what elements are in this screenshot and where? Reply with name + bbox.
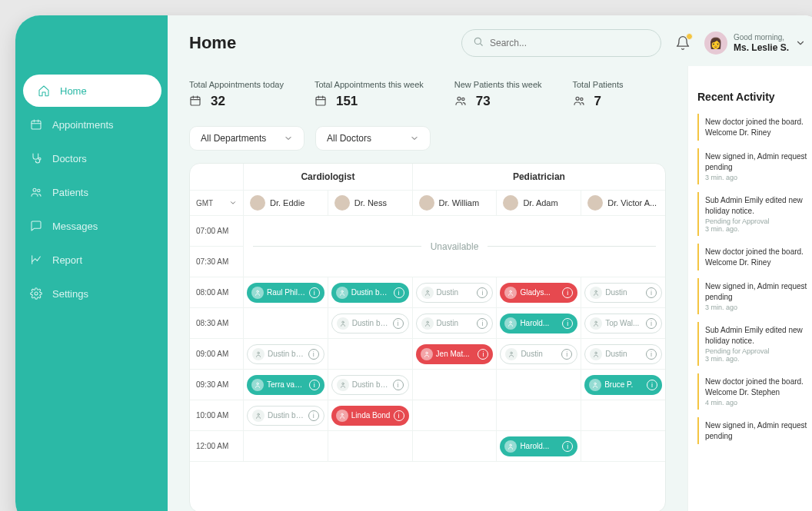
appointment-chip[interactable]: Raul Philips i bbox=[247, 283, 324, 303]
schedule-slot[interactable]: Linda Bond i bbox=[328, 400, 413, 430]
activity-item[interactable]: New doctor joined the board. Welcome Dr.… bbox=[697, 373, 812, 410]
stat-label: Total Patients bbox=[573, 80, 624, 89]
appointment-chip[interactable]: Gladys... i bbox=[500, 283, 577, 303]
sidebar-item-doctors[interactable]: Doctors bbox=[15, 142, 161, 174]
stat-label: Total Appointments today bbox=[189, 80, 284, 89]
activity-item[interactable]: New signed in, Admin request pending bbox=[697, 417, 812, 444]
doctor-column-header[interactable]: Dr. Eddie bbox=[244, 191, 328, 215]
doctor-column-header[interactable]: Dr. William bbox=[413, 191, 498, 215]
activity-item[interactable]: New signed in, Admin request pending3 mi… bbox=[697, 148, 812, 184]
schedule-slot[interactable]: Terra vankle... i bbox=[244, 370, 328, 400]
sidebar-item-settings[interactable]: Settings bbox=[15, 277, 161, 310]
notifications-button[interactable] bbox=[675, 35, 691, 51]
chevron-down-icon bbox=[284, 134, 293, 143]
schedule-slot[interactable]: Harold... i bbox=[497, 431, 581, 461]
patient-avatar-icon bbox=[252, 410, 265, 422]
schedule-slot[interactable]: Dustin i bbox=[497, 339, 581, 369]
schedule-slot[interactable]: Top Wal... i bbox=[581, 308, 665, 338]
schedule-slot[interactable]: Dustin i bbox=[581, 339, 665, 369]
doctor-filter[interactable]: All Doctors bbox=[315, 126, 431, 151]
schedule-slot[interactable]: Raul Philips i bbox=[244, 277, 328, 307]
schedule-slot[interactable]: Dustin i bbox=[581, 277, 665, 307]
schedule-slot[interactable]: Dustin i bbox=[413, 277, 498, 307]
patient-avatar-icon bbox=[505, 348, 517, 360]
activity-text: New signed in, Admin request pending bbox=[705, 420, 812, 441]
schedule-slot[interactable] bbox=[328, 431, 413, 461]
stat-card: New Patients this week 73 bbox=[454, 80, 542, 109]
sidebar-item-appointments[interactable]: Appointments bbox=[15, 108, 161, 141]
doctor-avatar bbox=[503, 195, 518, 211]
schedule-slot[interactable] bbox=[244, 431, 328, 461]
search-input[interactable] bbox=[490, 38, 650, 48]
schedule-slot[interactable]: Dustin bailey i bbox=[328, 370, 413, 400]
schedule-slot[interactable] bbox=[244, 308, 328, 338]
calendar-icon bbox=[314, 95, 328, 108]
sidebar-item-report[interactable]: Report bbox=[15, 244, 161, 276]
schedule-slot[interactable]: Bruce P. i bbox=[581, 370, 665, 400]
appointment-chip[interactable]: Jen Mat... i bbox=[416, 344, 494, 364]
appointment-patient-name: Terra vankle... bbox=[267, 380, 306, 389]
activity-item[interactable]: New doctor joined the board. Welcome Dr.… bbox=[697, 114, 812, 141]
sidebar-item-messages[interactable]: Messages bbox=[15, 210, 161, 242]
schedule-body[interactable]: 07:00 AM07:30 AMUnavailable08:00 AM Raul… bbox=[190, 216, 665, 511]
schedule-slot[interactable]: Dustin bailey i bbox=[328, 277, 413, 307]
schedule-slot[interactable] bbox=[413, 400, 498, 430]
schedule-slot[interactable] bbox=[581, 400, 665, 430]
svg-point-21 bbox=[576, 97, 579, 100]
schedule-slot[interactable]: Dustin bailey i bbox=[328, 308, 413, 338]
doctor-column-header[interactable]: Dr. Ness bbox=[328, 191, 413, 215]
schedule-slot[interactable] bbox=[413, 431, 498, 461]
sidebar-item-home[interactable]: Home bbox=[23, 75, 161, 107]
appointment-chip[interactable]: Dustin bailey i bbox=[331, 283, 409, 303]
appointment-chip[interactable]: Dustin i bbox=[416, 283, 494, 303]
stat-card: Total Patients 7 bbox=[573, 80, 624, 109]
stat-card: Total Appointments this week 151 bbox=[314, 80, 424, 109]
schedule-slot[interactable]: Gladys... i bbox=[497, 277, 581, 307]
activity-item[interactable]: New signed in, Admin request pending3 mi… bbox=[697, 278, 812, 314]
schedule-slot[interactable] bbox=[413, 370, 498, 400]
appointment-chip[interactable]: Dustin bailey i bbox=[331, 375, 409, 395]
appointment-chip[interactable]: Dustin bailey i bbox=[247, 406, 324, 426]
appointment-chip[interactable]: Dustin i bbox=[584, 344, 662, 364]
activity-item[interactable]: Sub Admin Emily edited new holiday notic… bbox=[697, 192, 812, 236]
appointment-patient-name: Linda Bond bbox=[351, 411, 391, 420]
schedule-slot[interactable] bbox=[497, 370, 581, 400]
sidebar-item-patients[interactable]: Patients bbox=[15, 176, 161, 208]
patient-avatar-icon bbox=[252, 348, 265, 360]
appointment-patient-name: Dustin bailey bbox=[352, 319, 390, 327]
appointment-chip[interactable]: Bruce P. i bbox=[584, 375, 662, 395]
appointment-chip[interactable]: Top Wal... i bbox=[584, 314, 662, 333]
doctor-column-header[interactable]: Dr. Victor A... bbox=[581, 191, 665, 215]
info-icon: i bbox=[308, 410, 319, 421]
appointment-chip[interactable]: Linda Bond i bbox=[331, 406, 409, 426]
activity-item[interactable]: Sub Admin Emily edited new holiday notic… bbox=[697, 322, 812, 366]
schedule-slot[interactable]: Dustin bailey i bbox=[244, 339, 328, 369]
schedule-slot[interactable] bbox=[497, 400, 581, 430]
schedule-row: 12:00 AM Harold... i bbox=[190, 431, 665, 462]
activity-panel: Recent Activity New doctor joined the bo… bbox=[687, 66, 812, 511]
doctor-column-header[interactable]: Dr. Adam bbox=[497, 191, 581, 215]
search-box[interactable] bbox=[461, 29, 661, 57]
schedule-slot[interactable]: Harold... i bbox=[497, 308, 581, 338]
appointment-chip[interactable]: Dustin bailey i bbox=[331, 314, 409, 333]
schedule-slot[interactable]: Dustin bailey i bbox=[244, 400, 328, 430]
time-label: 09:00 AM bbox=[190, 339, 244, 369]
user-menu[interactable]: 👩 Good morning, Ms. Leslie S. bbox=[704, 32, 806, 55]
activity-item[interactable]: New doctor joined the board. Welcome Dr.… bbox=[697, 244, 812, 270]
schedule-slot[interactable]: Jen Mat... i bbox=[413, 339, 498, 369]
schedule-slot[interactable]: Dustin i bbox=[413, 308, 498, 338]
appointment-chip[interactable]: Dustin i bbox=[584, 283, 662, 303]
appointment-chip[interactable]: Dustin i bbox=[416, 314, 494, 333]
appointment-chip[interactable]: Dustin i bbox=[500, 344, 577, 364]
appointment-chip[interactable]: Harold... i bbox=[500, 314, 577, 333]
appointment-chip[interactable]: Dustin bailey i bbox=[247, 344, 324, 364]
svg-point-25 bbox=[426, 290, 428, 293]
patient-avatar-icon bbox=[590, 287, 602, 299]
appointment-chip[interactable]: Harold... i bbox=[500, 436, 577, 456]
schedule-slot[interactable] bbox=[328, 339, 413, 369]
schedule-slot[interactable] bbox=[581, 431, 665, 461]
department-filter[interactable]: All Departments bbox=[189, 126, 304, 151]
appointment-chip[interactable]: Terra vankle... i bbox=[247, 375, 324, 395]
svg-point-40 bbox=[341, 413, 344, 416]
timezone-selector[interactable]: GMT bbox=[190, 191, 244, 215]
